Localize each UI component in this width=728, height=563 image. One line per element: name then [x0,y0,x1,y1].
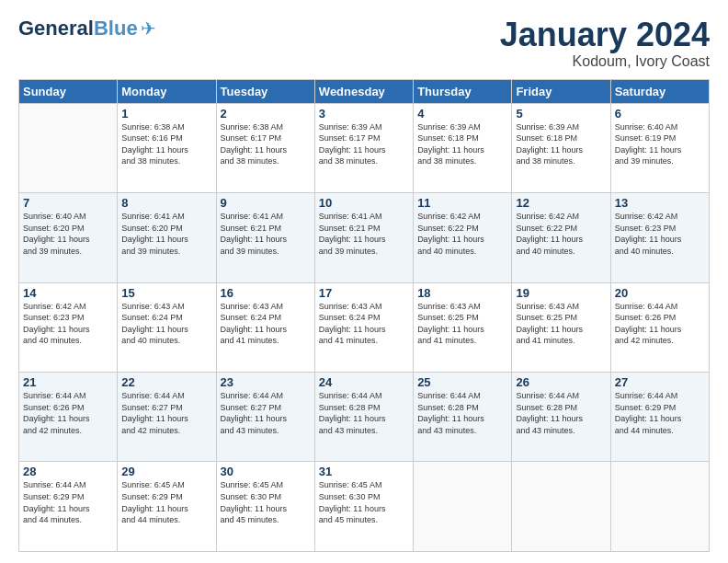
calendar-cell: 13Sunrise: 6:42 AM Sunset: 6:23 PM Dayli… [610,193,709,282]
day-number: 4 [417,107,507,121]
calendar-cell: 3Sunrise: 6:39 AM Sunset: 6:17 PM Daylig… [314,103,413,192]
day-number: 12 [516,196,606,210]
calendar-cell: 15Sunrise: 6:43 AM Sunset: 6:24 PM Dayli… [118,282,216,372]
day-number: 27 [615,375,705,389]
day-info: Sunrise: 6:45 AM Sunset: 6:30 PM Dayligh… [319,479,409,525]
calendar-header-monday: Monday [118,79,216,103]
calendar-title: January 2024 [500,17,710,53]
calendar-cell: 6Sunrise: 6:40 AM Sunset: 6:19 PM Daylig… [610,103,709,192]
day-number: 19 [516,286,606,300]
logo: General Blue ✈ [18,17,156,40]
header: General Blue ✈ January 2024 Kodoum, Ivor… [18,17,710,70]
calendar-cell: 8Sunrise: 6:41 AM Sunset: 6:20 PM Daylig… [118,193,216,282]
day-info: Sunrise: 6:42 AM Sunset: 6:23 PM Dayligh… [615,211,705,257]
calendar-cell: 18Sunrise: 6:43 AM Sunset: 6:25 PM Dayli… [414,282,512,372]
calendar-cell: 28Sunrise: 6:44 AM Sunset: 6:29 PM Dayli… [19,462,118,552]
day-number: 20 [615,286,705,300]
day-number: 30 [221,465,311,478]
day-info: Sunrise: 6:45 AM Sunset: 6:29 PM Dayligh… [121,479,211,525]
day-number: 11 [417,196,507,210]
day-info: Sunrise: 6:40 AM Sunset: 6:20 PM Dayligh… [23,211,113,257]
day-info: Sunrise: 6:43 AM Sunset: 6:25 PM Dayligh… [516,301,606,347]
day-number: 13 [615,196,705,210]
calendar-week-row: 1Sunrise: 6:38 AM Sunset: 6:16 PM Daylig… [19,103,710,192]
day-number: 3 [319,107,409,121]
calendar-cell: 30Sunrise: 6:45 AM Sunset: 6:30 PM Dayli… [216,462,314,552]
day-info: Sunrise: 6:39 AM Sunset: 6:18 PM Dayligh… [516,121,606,167]
calendar-week-row: 28Sunrise: 6:44 AM Sunset: 6:29 PM Dayli… [19,462,710,552]
calendar-header-sunday: Sunday [19,79,118,103]
day-info: Sunrise: 6:39 AM Sunset: 6:17 PM Dayligh… [319,121,409,167]
calendar-cell: 17Sunrise: 6:43 AM Sunset: 6:24 PM Dayli… [314,282,413,372]
day-number: 26 [516,375,606,389]
day-info: Sunrise: 6:43 AM Sunset: 6:24 PM Dayligh… [319,301,409,347]
calendar-header-tuesday: Tuesday [216,79,314,103]
day-number: 5 [516,107,606,121]
day-info: Sunrise: 6:44 AM Sunset: 6:28 PM Dayligh… [319,390,409,436]
day-info: Sunrise: 6:44 AM Sunset: 6:27 PM Dayligh… [221,390,311,436]
calendar-cell: 23Sunrise: 6:44 AM Sunset: 6:27 PM Dayli… [216,373,314,462]
day-number: 7 [23,196,113,210]
day-info: Sunrise: 6:43 AM Sunset: 6:25 PM Dayligh… [417,301,507,347]
calendar-cell: 27Sunrise: 6:44 AM Sunset: 6:29 PM Dayli… [610,373,709,462]
day-number: 1 [121,107,211,121]
day-info: Sunrise: 6:45 AM Sunset: 6:30 PM Dayligh… [221,479,311,525]
calendar-header-saturday: Saturday [610,79,709,103]
calendar-cell: 12Sunrise: 6:42 AM Sunset: 6:22 PM Dayli… [512,193,610,282]
calendar-cell: 2Sunrise: 6:38 AM Sunset: 6:17 PM Daylig… [216,103,314,192]
day-info: Sunrise: 6:43 AM Sunset: 6:24 PM Dayligh… [121,301,211,347]
day-info: Sunrise: 6:41 AM Sunset: 6:21 PM Dayligh… [221,211,311,257]
calendar-week-row: 21Sunrise: 6:44 AM Sunset: 6:26 PM Dayli… [19,373,710,462]
day-info: Sunrise: 6:44 AM Sunset: 6:29 PM Dayligh… [615,390,705,436]
calendar-cell: 14Sunrise: 6:42 AM Sunset: 6:23 PM Dayli… [19,282,118,372]
calendar-cell [512,462,610,552]
calendar-cell: 20Sunrise: 6:44 AM Sunset: 6:26 PM Dayli… [610,282,709,372]
day-number: 29 [121,465,211,478]
calendar-cell: 21Sunrise: 6:44 AM Sunset: 6:26 PM Dayli… [19,373,118,462]
calendar-cell: 9Sunrise: 6:41 AM Sunset: 6:21 PM Daylig… [216,193,314,282]
calendar-cell [610,462,709,552]
calendar-cell: 24Sunrise: 6:44 AM Sunset: 6:28 PM Dayli… [314,373,413,462]
calendar-cell: 5Sunrise: 6:39 AM Sunset: 6:18 PM Daylig… [512,103,610,192]
day-number: 24 [319,375,409,389]
day-number: 16 [221,286,311,300]
calendar-cell [414,462,512,552]
day-info: Sunrise: 6:44 AM Sunset: 6:27 PM Dayligh… [121,390,211,436]
day-number: 22 [121,375,211,389]
calendar-header-row: SundayMondayTuesdayWednesdayThursdayFrid… [19,79,710,103]
calendar-week-row: 14Sunrise: 6:42 AM Sunset: 6:23 PM Dayli… [19,282,710,372]
day-number: 8 [121,196,211,210]
calendar-cell: 4Sunrise: 6:39 AM Sunset: 6:18 PM Daylig… [414,103,512,192]
day-info: Sunrise: 6:38 AM Sunset: 6:17 PM Dayligh… [221,121,311,167]
day-number: 25 [417,375,507,389]
day-info: Sunrise: 6:44 AM Sunset: 6:26 PM Dayligh… [23,390,113,436]
calendar-week-row: 7Sunrise: 6:40 AM Sunset: 6:20 PM Daylig… [19,193,710,282]
calendar-header-thursday: Thursday [414,79,512,103]
page: General Blue ✈ January 2024 Kodoum, Ivor… [0,0,728,563]
calendar-subtitle: Kodoum, Ivory Coast [500,53,710,70]
title-block: January 2024 Kodoum, Ivory Coast [500,17,710,70]
day-info: Sunrise: 6:39 AM Sunset: 6:18 PM Dayligh… [417,121,507,167]
day-number: 17 [319,286,409,300]
calendar-cell: 7Sunrise: 6:40 AM Sunset: 6:20 PM Daylig… [19,193,118,282]
day-info: Sunrise: 6:42 AM Sunset: 6:22 PM Dayligh… [516,211,606,257]
calendar-header-wednesday: Wednesday [314,79,413,103]
logo-blue: Blue [94,17,138,40]
day-number: 31 [319,465,409,478]
calendar-cell: 31Sunrise: 6:45 AM Sunset: 6:30 PM Dayli… [314,462,413,552]
day-info: Sunrise: 6:44 AM Sunset: 6:29 PM Dayligh… [23,479,113,525]
day-info: Sunrise: 6:44 AM Sunset: 6:28 PM Dayligh… [417,390,507,436]
day-number: 18 [417,286,507,300]
day-info: Sunrise: 6:43 AM Sunset: 6:24 PM Dayligh… [221,301,311,347]
calendar-cell: 25Sunrise: 6:44 AM Sunset: 6:28 PM Dayli… [414,373,512,462]
day-number: 23 [221,375,311,389]
day-info: Sunrise: 6:44 AM Sunset: 6:26 PM Dayligh… [615,301,705,347]
calendar-cell: 11Sunrise: 6:42 AM Sunset: 6:22 PM Dayli… [414,193,512,282]
day-number: 10 [319,196,409,210]
day-number: 15 [121,286,211,300]
day-number: 9 [221,196,311,210]
day-number: 6 [615,107,705,121]
day-number: 21 [23,375,113,389]
day-info: Sunrise: 6:42 AM Sunset: 6:23 PM Dayligh… [23,301,113,347]
day-number: 2 [221,107,311,121]
